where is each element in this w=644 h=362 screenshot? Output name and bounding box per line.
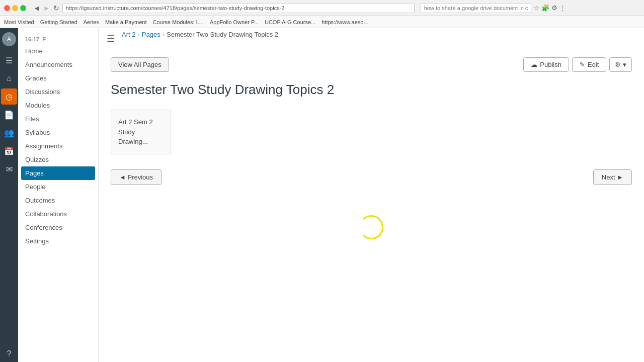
- url-text: https://igsunsd.instructure.com/courses/…: [66, 5, 285, 11]
- calendar-rail-icon[interactable]: 📅: [1, 143, 17, 159]
- publish-button[interactable]: ☁ Publish: [523, 57, 569, 72]
- bookmark-appfolio[interactable]: AppFolio Owner P...: [210, 19, 259, 25]
- app-container: A ☰ ⌂ ◷ 📄 👥 📅 ✉ ? 16-17_F Home Announcem…: [0, 28, 644, 362]
- bookmark-aeso[interactable]: https://www.aeso...: [321, 19, 368, 25]
- sidebar-item-quizzes[interactable]: Quizzes: [18, 153, 98, 166]
- browser-bar: ◄ ► ↻ https://igsunsd.instructure.com/co…: [0, 0, 644, 16]
- sidebar-item-grades[interactable]: Grades: [18, 71, 98, 85]
- bookmark-course-modules[interactable]: Course Modules: L...: [152, 19, 204, 25]
- bookmark-make-payment[interactable]: Make a Payment: [105, 19, 147, 25]
- content-card: Art 2 Sem 2 Study Drawing...: [111, 110, 171, 154]
- sidebar-item-collaborations[interactable]: Collaborations: [18, 207, 98, 221]
- breadcrumb-sep-1: ›: [137, 31, 139, 38]
- sidebar-item-outcomes[interactable]: Outcomes: [18, 194, 98, 207]
- ext-icon-2: ⚙: [551, 4, 557, 12]
- maximize-window-btn[interactable]: [20, 5, 26, 11]
- bookmark-getting-started[interactable]: Getting Started: [40, 19, 77, 25]
- star-icon[interactable]: ☆: [533, 4, 539, 12]
- cloud-icon: ☁: [531, 61, 537, 68]
- gear-icon: ⚙: [615, 61, 621, 68]
- minimize-window-btn[interactable]: [12, 5, 18, 11]
- spinner-container: [111, 215, 632, 239]
- help-rail-icon[interactable]: ?: [1, 346, 17, 362]
- url-bar[interactable]: https://igsunsd.instructure.com/courses/…: [62, 3, 415, 13]
- breadcrumb: Art 2 › Pages › Semester Two Study Drawi…: [122, 31, 278, 38]
- sidebar-item-discussions[interactable]: Discussions: [18, 85, 98, 99]
- page-navigation: ◄ Previous Next ►: [111, 169, 632, 185]
- people-rail-icon[interactable]: 👥: [1, 125, 17, 141]
- sidebar-item-home[interactable]: Home: [18, 44, 98, 58]
- icon-rail: A ☰ ⌂ ◷ 📄 👥 📅 ✉ ?: [0, 28, 18, 362]
- card-line1: Art 2 Sem 2: [118, 117, 164, 127]
- page-title: Semester Two Study Drawing Topics 2: [111, 82, 632, 98]
- sidebar-item-pages[interactable]: Pages: [21, 166, 95, 180]
- hamburger-icon[interactable]: ☰: [107, 33, 115, 44]
- course-sidebar: 16-17_F Home Announcements Grades Discus…: [18, 28, 99, 362]
- bookmark-aeries[interactable]: Aeries: [84, 19, 99, 25]
- sidebar-item-announcements[interactable]: Announcements: [18, 58, 98, 71]
- edit-button[interactable]: ✎ Edit: [572, 57, 606, 72]
- loading-spinner: [359, 215, 383, 239]
- settings-dropdown-arrow: ▾: [623, 61, 626, 68]
- bookmark-most-visited[interactable]: Most Visited: [4, 19, 34, 25]
- back-btn[interactable]: ◄: [33, 4, 40, 12]
- breadcrumb-current: Semester Two Study Drawing Topics 2: [167, 31, 278, 38]
- sidebar-item-syllabus[interactable]: Syllabus: [18, 126, 98, 139]
- sidebar-item-assignments[interactable]: Assignments: [18, 139, 98, 153]
- settings-button[interactable]: ⚙ ▾: [609, 57, 632, 72]
- action-bar: View All Pages ☁ Publish ✎ Edit ⚙ ▾: [111, 57, 632, 72]
- card-line2: Study: [118, 127, 164, 137]
- sidebar-item-files[interactable]: Files: [18, 112, 98, 126]
- forward-btn[interactable]: ►: [43, 4, 50, 12]
- breadcrumb-pages-link[interactable]: Pages: [142, 31, 160, 38]
- view-all-pages-button[interactable]: View All Pages: [111, 57, 169, 72]
- bookmark-ucop[interactable]: UCOP A-G Course...: [265, 19, 315, 25]
- header-nav: ☰ Art 2 › Pages › Semester Two Study Dra…: [99, 28, 644, 49]
- breadcrumb-course-link[interactable]: Art 2: [122, 31, 135, 38]
- action-right: ☁ Publish ✎ Edit ⚙ ▾: [523, 57, 632, 72]
- sidebar-item-people[interactable]: People: [18, 180, 98, 194]
- breadcrumb-sep-2: ›: [163, 31, 165, 38]
- previous-button[interactable]: ◄ Previous: [111, 169, 162, 185]
- close-window-btn[interactable]: [4, 5, 10, 11]
- sidebar-item-conferences[interactable]: Conferences: [18, 221, 98, 234]
- clock-rail-icon[interactable]: ◷: [1, 88, 17, 105]
- pages-rail-icon[interactable]: 📄: [1, 107, 17, 123]
- window-controls: [4, 5, 26, 11]
- sidebar-item-settings[interactable]: Settings: [18, 234, 98, 248]
- edit-label: Edit: [588, 61, 599, 68]
- reload-btn[interactable]: ↻: [53, 4, 59, 12]
- sidebar-item-modules[interactable]: Modules: [18, 99, 98, 112]
- pencil-icon: ✎: [580, 61, 585, 68]
- publish-label: Publish: [540, 61, 561, 68]
- inbox-rail-icon[interactable]: ✉: [1, 161, 17, 177]
- browser-search-input[interactable]: [421, 3, 531, 13]
- menu-toggle-rail[interactable]: ☰: [1, 52, 17, 68]
- home-rail-icon[interactable]: ⌂: [1, 70, 17, 86]
- menu-icon[interactable]: ⋮: [559, 4, 566, 12]
- avatar-initials: A: [7, 36, 11, 43]
- main-area: ☰ Art 2 › Pages › Semester Two Study Dra…: [99, 28, 644, 362]
- ext-icon-1: 🧩: [541, 4, 549, 12]
- sidebar-course-label: 16-17_F: [18, 33, 98, 44]
- bookmarks-bar: Most Visited Getting Started Aeries Make…: [0, 16, 644, 28]
- avatar[interactable]: A: [2, 32, 16, 46]
- next-button[interactable]: Next ►: [593, 169, 632, 185]
- main-content: View All Pages ☁ Publish ✎ Edit ⚙ ▾: [99, 49, 644, 362]
- card-line3: Drawing...: [118, 137, 164, 147]
